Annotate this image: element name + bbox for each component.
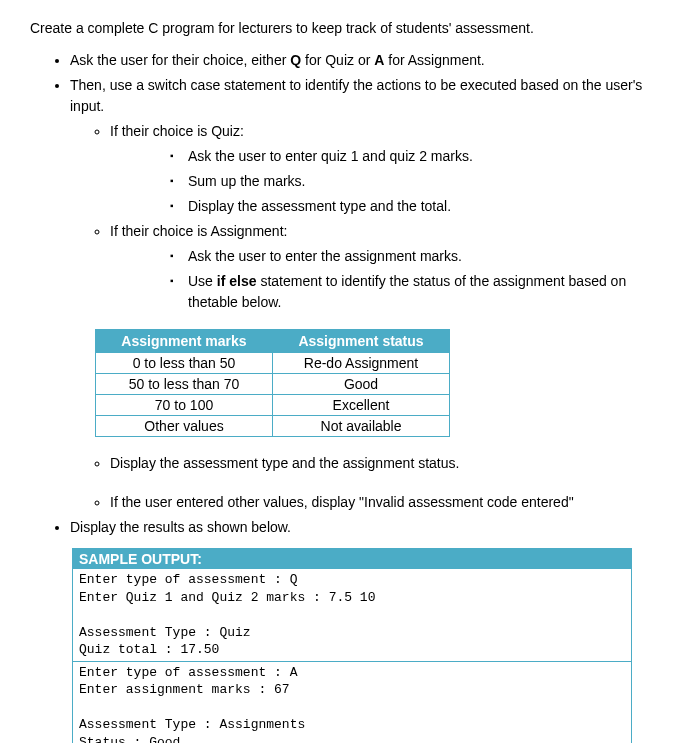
sample-line xyxy=(79,606,625,624)
b2b-text: If their choice is Assignment: xyxy=(110,223,287,239)
quiz-step-3: Display the assessment type and the tota… xyxy=(170,196,657,217)
b1-pre: Ask the user for their choice, either xyxy=(70,52,290,68)
cell-status: Re-do Assignment xyxy=(273,353,450,374)
sub-quiz: If their choice is Quiz: Ask the user to… xyxy=(110,121,657,217)
bullet-choice: Ask the user for their choice, either Q … xyxy=(70,50,657,71)
sample-line: Assessment Type : Assignments xyxy=(79,716,625,734)
cell-status: Excellent xyxy=(273,395,450,416)
sample-line xyxy=(79,699,625,717)
sub-assignment: If their choice is Assignment: Ask the u… xyxy=(110,221,657,313)
cell-marks: 50 to less than 70 xyxy=(96,374,273,395)
invalid-sublist: If the user entered other values, displa… xyxy=(70,492,657,513)
b2a-text: If their choice is Quiz: xyxy=(110,123,244,139)
cell-marks: 70 to 100 xyxy=(96,395,273,416)
assignment-status-table: Assignment marks Assignment status 0 to … xyxy=(95,329,450,437)
sub-invalid: If the user entered other values, displa… xyxy=(110,492,657,513)
sample-line: Enter Quiz 1 and Quiz 2 marks : 7.5 10 xyxy=(79,589,625,607)
sample-block-2: Enter type of assessment : A Enter assig… xyxy=(73,661,631,743)
table-row: Other values Not available xyxy=(96,416,450,437)
b1-post: for Assignment. xyxy=(384,52,484,68)
quiz-step-2: Sum up the marks. xyxy=(170,171,657,192)
sub-display-type-status: Display the assessment type and the assi… xyxy=(110,453,657,474)
sample-output-box: SAMPLE OUTPUT: Enter type of assessment … xyxy=(72,548,632,743)
sample-line: Enter type of assessment : Q xyxy=(79,571,625,589)
post-table-sublist: Display the assessment type and the assi… xyxy=(70,453,657,474)
th-marks: Assignment marks xyxy=(96,330,273,353)
sub-list-quiz-assign: If their choice is Quiz: Ask the user to… xyxy=(70,121,657,313)
b2b2-pre: Use xyxy=(188,273,217,289)
b1-a: A xyxy=(374,52,384,68)
sample-block-1: Enter type of assessment : Q Enter Quiz … xyxy=(73,569,631,661)
post-table-list: Display the assessment type and the assi… xyxy=(30,453,657,474)
sample-line: Status : Good xyxy=(79,734,625,743)
table-row: 70 to 100 Excellent xyxy=(96,395,450,416)
quiz-steps: Ask the user to enter quiz 1 and quiz 2 … xyxy=(110,146,657,217)
bullet-display-results: Display the results as shown below. xyxy=(70,517,657,538)
table-row: 0 to less than 50 Re-do Assignment xyxy=(96,353,450,374)
main-list: Ask the user for their choice, either Q … xyxy=(30,50,657,313)
b2-text: Then, use a switch case statement to ide… xyxy=(70,77,642,114)
th-status: Assignment status xyxy=(273,330,450,353)
assign-step-1: Ask the user to enter the assignment mar… xyxy=(170,246,657,267)
sample-line: Assessment Type : Quiz xyxy=(79,624,625,642)
assign-steps: Ask the user to enter the assignment mar… xyxy=(110,246,657,313)
sample-output-header: SAMPLE OUTPUT: xyxy=(73,549,631,569)
assign-step-2: Use if else statement to identify the st… xyxy=(170,271,657,313)
sample-line: Quiz total : 17.50 xyxy=(79,641,625,659)
sample-line: Enter type of assessment : A xyxy=(79,664,625,682)
b1-mid: for Quiz or xyxy=(301,52,374,68)
b1-q: Q xyxy=(290,52,301,68)
cell-marks: 0 to less than 50 xyxy=(96,353,273,374)
cell-status: Not available xyxy=(273,416,450,437)
table-row: 50 to less than 70 Good xyxy=(96,374,450,395)
sample-line: Enter assignment marks : 67 xyxy=(79,681,625,699)
invalid-list-wrap: If the user entered other values, displa… xyxy=(30,492,657,513)
page-title: Create a complete C program for lecturer… xyxy=(30,20,657,36)
cell-marks: Other values xyxy=(96,416,273,437)
cell-status: Good xyxy=(273,374,450,395)
bullet-switch: Then, use a switch case statement to ide… xyxy=(70,75,657,313)
b2b2-bold: if else xyxy=(217,273,257,289)
quiz-step-1: Ask the user to enter quiz 1 and quiz 2 … xyxy=(170,146,657,167)
display-results-list: Display the results as shown below. xyxy=(30,517,657,538)
